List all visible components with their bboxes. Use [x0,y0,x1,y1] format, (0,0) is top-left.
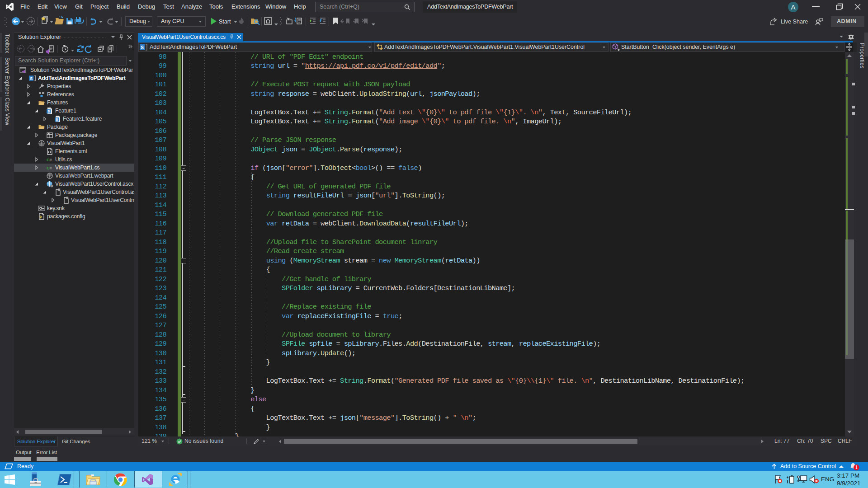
svg-text:S: S [56,117,58,122]
svg-text:C: C [47,157,50,162]
svg-text:C: C [47,165,50,170]
svg-text:#: # [50,158,52,162]
svg-text:S: S [141,45,144,50]
svg-text:Start: Start [219,19,231,25]
svg-text:#: # [50,166,52,170]
svg-text:S: S [30,75,33,80]
svg-text:S: S [47,109,50,113]
